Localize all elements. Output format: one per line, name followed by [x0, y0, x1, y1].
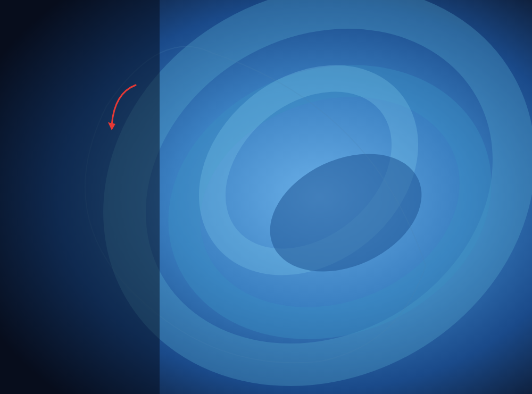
desktop: Этот компьютер Lumpics Ru	[0, 0, 532, 394]
arrow-annotation	[104, 82, 144, 132]
desktop-background	[0, 0, 532, 394]
svg-marker-25	[108, 122, 115, 130]
svg-rect-5	[0, 0, 160, 394]
